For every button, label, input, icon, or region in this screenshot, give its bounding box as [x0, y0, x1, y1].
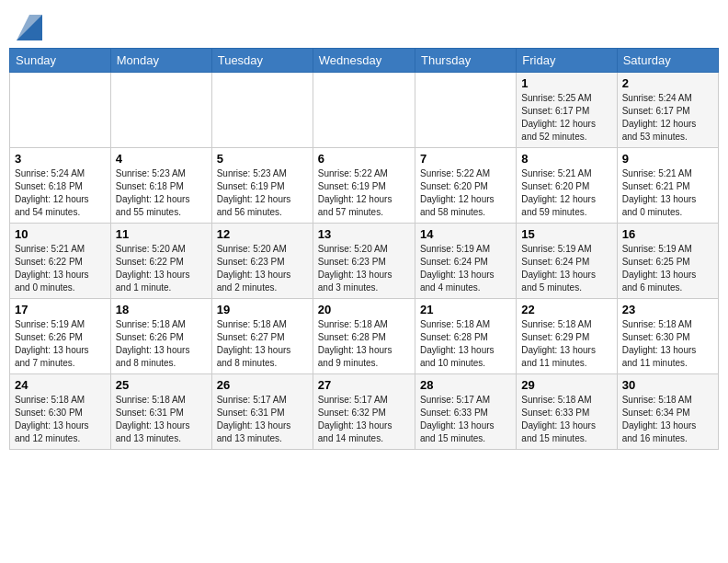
calendar-cell [211, 73, 313, 148]
calendar-cell: 10Sunrise: 5:21 AM Sunset: 6:22 PM Dayli… [10, 224, 111, 299]
day-number: 20 [318, 303, 410, 316]
calendar-cell: 7Sunrise: 5:22 AM Sunset: 6:20 PM Daylig… [415, 148, 516, 224]
day-number: 11 [116, 227, 207, 241]
calendar-cell: 16Sunrise: 5:19 AM Sunset: 6:25 PM Dayli… [617, 224, 718, 299]
day-number: 28 [420, 378, 511, 392]
weekday-header: Wednesday [313, 49, 415, 73]
day-number: 27 [318, 378, 410, 392]
day-info: Sunrise: 5:22 AM Sunset: 6:20 PM Dayligh… [420, 167, 511, 219]
day-info: Sunrise: 5:20 AM Sunset: 6:23 PM Dayligh… [217, 243, 308, 294]
calendar-cell: 13Sunrise: 5:20 AM Sunset: 6:23 PM Dayli… [313, 224, 415, 299]
day-number: 24 [15, 378, 106, 392]
day-info: Sunrise: 5:21 AM Sunset: 6:22 PM Dayligh… [15, 243, 106, 294]
day-number: 10 [15, 227, 106, 241]
calendar-week-row: 1Sunrise: 5:25 AM Sunset: 6:17 PM Daylig… [10, 73, 719, 148]
calendar-cell: 12Sunrise: 5:20 AM Sunset: 6:23 PM Dayli… [211, 224, 313, 299]
calendar-cell: 19Sunrise: 5:18 AM Sunset: 6:27 PM Dayli… [211, 299, 313, 374]
logo-icon [17, 15, 42, 40]
day-number: 29 [521, 378, 611, 392]
calendar-cell: 14Sunrise: 5:19 AM Sunset: 6:24 PM Dayli… [415, 224, 516, 299]
day-number: 16 [622, 227, 713, 241]
calendar-week-row: 17Sunrise: 5:19 AM Sunset: 6:26 PM Dayli… [10, 299, 719, 374]
calendar-cell: 30Sunrise: 5:18 AM Sunset: 6:34 PM Dayli… [617, 374, 718, 450]
header-row: SundayMondayTuesdayWednesdayThursdayFrid… [10, 49, 719, 73]
day-number: 13 [318, 227, 410, 241]
day-number: 25 [116, 378, 207, 392]
day-info: Sunrise: 5:22 AM Sunset: 6:19 PM Dayligh… [318, 167, 410, 219]
calendar-cell [10, 73, 111, 148]
day-info: Sunrise: 5:21 AM Sunset: 6:21 PM Dayligh… [622, 167, 713, 219]
day-number: 26 [217, 378, 308, 392]
svg-marker-1 [17, 15, 42, 40]
calendar-cell: 24Sunrise: 5:18 AM Sunset: 6:30 PM Dayli… [10, 374, 111, 450]
weekday-header: Sunday [10, 49, 111, 73]
day-info: Sunrise: 5:18 AM Sunset: 6:29 PM Dayligh… [521, 318, 611, 370]
day-number: 18 [116, 303, 207, 316]
calendar-cell: 4Sunrise: 5:23 AM Sunset: 6:18 PM Daylig… [110, 148, 211, 224]
logo [13, 15, 42, 40]
day-info: Sunrise: 5:17 AM Sunset: 6:32 PM Dayligh… [318, 394, 410, 445]
day-number: 2 [622, 76, 713, 90]
calendar-cell: 20Sunrise: 5:18 AM Sunset: 6:28 PM Dayli… [313, 299, 415, 374]
day-info: Sunrise: 5:23 AM Sunset: 6:18 PM Dayligh… [116, 167, 207, 219]
calendar-week-row: 24Sunrise: 5:18 AM Sunset: 6:30 PM Dayli… [10, 374, 719, 450]
calendar-cell: 26Sunrise: 5:17 AM Sunset: 6:31 PM Dayli… [211, 374, 313, 450]
calendar-cell: 8Sunrise: 5:21 AM Sunset: 6:20 PM Daylig… [517, 148, 617, 224]
day-number: 23 [622, 303, 713, 316]
calendar-cell: 3Sunrise: 5:24 AM Sunset: 6:18 PM Daylig… [10, 148, 111, 224]
calendar-header: SundayMondayTuesdayWednesdayThursdayFrid… [10, 49, 719, 73]
day-number: 8 [521, 152, 611, 166]
day-info: Sunrise: 5:18 AM Sunset: 6:28 PM Dayligh… [420, 318, 511, 370]
day-info: Sunrise: 5:21 AM Sunset: 6:20 PM Dayligh… [521, 167, 611, 219]
calendar-cell: 22Sunrise: 5:18 AM Sunset: 6:29 PM Dayli… [517, 299, 617, 374]
day-number: 15 [521, 227, 611, 241]
calendar-cell: 5Sunrise: 5:23 AM Sunset: 6:19 PM Daylig… [211, 148, 313, 224]
day-info: Sunrise: 5:18 AM Sunset: 6:30 PM Dayligh… [15, 394, 106, 445]
day-info: Sunrise: 5:18 AM Sunset: 6:30 PM Dayligh… [622, 318, 713, 370]
calendar-cell: 15Sunrise: 5:19 AM Sunset: 6:24 PM Dayli… [517, 224, 617, 299]
day-number: 17 [15, 303, 106, 316]
calendar-table: SundayMondayTuesdayWednesdayThursdayFrid… [9, 48, 719, 450]
day-number: 19 [217, 303, 308, 316]
day-info: Sunrise: 5:19 AM Sunset: 6:26 PM Dayligh… [15, 318, 106, 370]
page-header [9, 9, 719, 40]
day-number: 6 [318, 152, 410, 166]
calendar-cell: 25Sunrise: 5:18 AM Sunset: 6:31 PM Dayli… [110, 374, 211, 450]
day-info: Sunrise: 5:19 AM Sunset: 6:24 PM Dayligh… [420, 243, 511, 294]
calendar-cell: 2Sunrise: 5:24 AM Sunset: 6:17 PM Daylig… [617, 73, 718, 148]
calendar-cell: 11Sunrise: 5:20 AM Sunset: 6:22 PM Dayli… [110, 224, 211, 299]
day-info: Sunrise: 5:18 AM Sunset: 6:28 PM Dayligh… [318, 318, 410, 370]
calendar-cell: 23Sunrise: 5:18 AM Sunset: 6:30 PM Dayli… [617, 299, 718, 374]
calendar-cell: 1Sunrise: 5:25 AM Sunset: 6:17 PM Daylig… [517, 73, 617, 148]
calendar-cell: 6Sunrise: 5:22 AM Sunset: 6:19 PM Daylig… [313, 148, 415, 224]
day-number: 5 [217, 152, 308, 166]
day-number: 1 [521, 76, 611, 90]
calendar-cell: 27Sunrise: 5:17 AM Sunset: 6:32 PM Dayli… [313, 374, 415, 450]
weekday-header: Thursday [415, 49, 516, 73]
day-info: Sunrise: 5:24 AM Sunset: 6:17 PM Dayligh… [622, 92, 713, 144]
day-info: Sunrise: 5:20 AM Sunset: 6:23 PM Dayligh… [318, 243, 410, 294]
calendar-cell [415, 73, 516, 148]
day-info: Sunrise: 5:25 AM Sunset: 6:17 PM Dayligh… [521, 92, 611, 144]
day-info: Sunrise: 5:18 AM Sunset: 6:31 PM Dayligh… [116, 394, 207, 445]
day-number: 14 [420, 227, 511, 241]
calendar-cell: 18Sunrise: 5:18 AM Sunset: 6:26 PM Dayli… [110, 299, 211, 374]
day-info: Sunrise: 5:20 AM Sunset: 6:22 PM Dayligh… [116, 243, 207, 294]
day-number: 9 [622, 152, 713, 166]
calendar-cell: 21Sunrise: 5:18 AM Sunset: 6:28 PM Dayli… [415, 299, 516, 374]
weekday-header: Monday [110, 49, 211, 73]
day-number: 21 [420, 303, 511, 316]
day-info: Sunrise: 5:17 AM Sunset: 6:31 PM Dayligh… [217, 394, 308, 445]
day-number: 4 [116, 152, 207, 166]
day-info: Sunrise: 5:18 AM Sunset: 6:27 PM Dayligh… [217, 318, 308, 370]
day-number: 3 [15, 152, 106, 166]
calendar-cell: 17Sunrise: 5:19 AM Sunset: 6:26 PM Dayli… [10, 299, 111, 374]
day-info: Sunrise: 5:24 AM Sunset: 6:18 PM Dayligh… [15, 167, 106, 219]
weekday-header: Friday [517, 49, 617, 73]
calendar-week-row: 10Sunrise: 5:21 AM Sunset: 6:22 PM Dayli… [10, 224, 719, 299]
calendar-week-row: 3Sunrise: 5:24 AM Sunset: 6:18 PM Daylig… [10, 148, 719, 224]
calendar-body: 1Sunrise: 5:25 AM Sunset: 6:17 PM Daylig… [10, 73, 719, 450]
calendar-cell: 9Sunrise: 5:21 AM Sunset: 6:21 PM Daylig… [617, 148, 718, 224]
day-info: Sunrise: 5:17 AM Sunset: 6:33 PM Dayligh… [420, 394, 511, 445]
calendar-cell [313, 73, 415, 148]
